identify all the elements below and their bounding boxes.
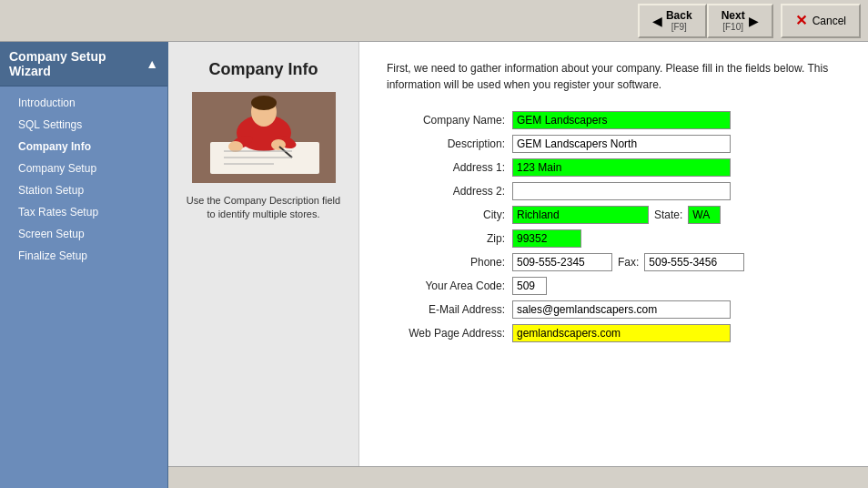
svg-point-5 [228, 141, 243, 152]
company-name-row: Company Name: [387, 111, 841, 129]
address1-row: Address 1: [387, 158, 841, 177]
panel-description: Use the Company Description field to ide… [183, 194, 344, 222]
area-code-label: Your Area Code: [387, 280, 505, 292]
cancel-icon: ✕ [795, 12, 807, 29]
sidebar-item-finalize-setup[interactable]: Finalize Setup [0, 245, 167, 267]
sidebar-item-tax-rates-setup[interactable]: Tax Rates Setup [0, 201, 167, 223]
zip-input[interactable] [512, 229, 581, 248]
intro-text: First, we need to gather information abo… [387, 60, 841, 93]
address2-label: Address 2: [387, 185, 505, 198]
svg-point-6 [271, 139, 286, 150]
phone-input[interactable] [512, 253, 612, 271]
address1-input[interactable] [512, 158, 731, 177]
sidebar: Company Setup Wizard ▲ Introduction SQL … [0, 42, 168, 488]
sidebar-title: Company Setup Wizard ▲ [0, 42, 167, 86]
panel-heading: Company Info [209, 60, 318, 79]
cancel-button[interactable]: ✕ Cancel [781, 4, 861, 38]
email-input[interactable] [512, 300, 731, 319]
back-key: [F9] [666, 22, 692, 32]
fax-input[interactable] [644, 253, 744, 271]
top-bar: ◀ Back [F9] Next [F10] ▶ ✕ Cancel [0, 0, 868, 42]
city-state-row: City: State: [387, 206, 841, 224]
web-row: Web Page Address: [387, 324, 841, 342]
fax-label: Fax: [618, 256, 639, 269]
sidebar-item-company-info[interactable]: Company Info [0, 136, 167, 158]
email-row: E-Mail Address: [387, 300, 841, 319]
address2-row: Address 2: [387, 182, 841, 200]
state-input[interactable] [688, 206, 721, 224]
writing-illustration [192, 92, 336, 183]
sidebar-item-screen-setup[interactable]: Screen Setup [0, 223, 167, 245]
sidebar-title-text: Company Setup Wizard [9, 49, 146, 78]
company-name-input[interactable] [512, 111, 731, 129]
next-button[interactable]: Next [F10] ▶ [707, 4, 773, 38]
email-label: E-Mail Address: [387, 303, 505, 316]
content-area: Company Info [168, 42, 868, 488]
description-input[interactable] [512, 135, 731, 153]
sidebar-item-sql-settings[interactable]: SQL Settings [0, 114, 167, 136]
content-inner: Company Info [168, 42, 868, 466]
web-label: Web Page Address: [387, 327, 505, 340]
sidebar-nav: Introduction SQL Settings Company Info C… [0, 86, 167, 272]
cancel-label: Cancel [812, 15, 846, 27]
left-panel: Company Info [168, 42, 359, 466]
address2-input[interactable] [512, 182, 731, 200]
sidebar-item-company-setup[interactable]: Company Setup [0, 158, 167, 179]
zip-row: Zip: [387, 229, 841, 248]
next-key: [F10] [722, 22, 745, 32]
next-label: Next [722, 9, 745, 22]
phone-fax-row: Phone: Fax: [387, 253, 841, 271]
area-code-row: Your Area Code: [387, 277, 841, 295]
address1-label: Address 1: [387, 161, 505, 174]
back-label: Back [666, 9, 692, 22]
zip-label: Zip: [387, 232, 505, 245]
city-input[interactable] [512, 206, 649, 224]
company-image [192, 92, 336, 183]
svg-point-8 [251, 96, 277, 110]
nav-buttons: ◀ Back [F9] Next [F10] ▶ [638, 4, 773, 38]
web-input[interactable] [512, 324, 731, 342]
sidebar-item-introduction[interactable]: Introduction [0, 92, 167, 114]
bottom-bar [168, 466, 868, 488]
main-layout: Company Setup Wizard ▲ Introduction SQL … [0, 42, 868, 488]
city-label: City: [387, 208, 505, 221]
right-panel: First, we need to gather information abo… [359, 42, 868, 466]
company-name-label: Company Name: [387, 114, 505, 127]
sidebar-item-station-setup[interactable]: Station Setup [0, 179, 167, 201]
sidebar-collapse-icon[interactable]: ▲ [146, 56, 158, 71]
description-row: Description: [387, 135, 841, 153]
area-code-input[interactable] [512, 277, 547, 295]
back-button[interactable]: ◀ Back [F9] [638, 4, 707, 38]
phone-label: Phone: [387, 256, 505, 269]
description-label: Description: [387, 137, 505, 150]
state-label: State: [654, 208, 682, 221]
